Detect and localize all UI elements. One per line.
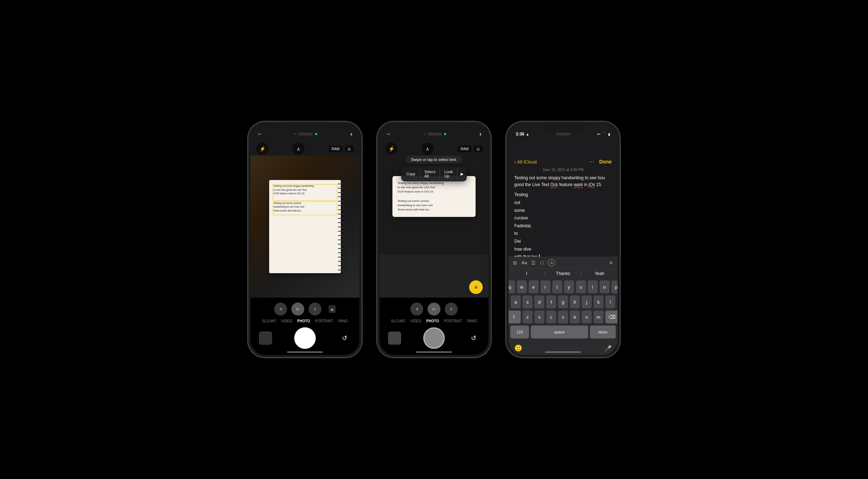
battery-icon-1: ▮: [350, 132, 352, 136]
key-l-3[interactable]: l: [605, 295, 615, 308]
live-button-1[interactable]: ◎: [345, 146, 354, 152]
key-j-3[interactable]: j: [582, 295, 592, 308]
date-text-3: June 10, 2021 at 3:36 PM: [543, 168, 584, 172]
notch-dot-green-1: [315, 133, 317, 135]
pred-word-1-3[interactable]: Thanks: [545, 271, 582, 276]
ocr-handwriting-1-2: Testing out some sloppy handwriting to s…: [397, 181, 471, 194]
key-f-3[interactable]: f: [546, 295, 556, 308]
more-button-2[interactable]: ▶: [458, 170, 466, 178]
pred-word-0-3[interactable]: I: [509, 271, 545, 276]
copy-button-2[interactable]: Copy: [402, 170, 420, 178]
mode-video-1[interactable]: VIDEO: [281, 319, 292, 323]
viewfinder-1[interactable]: Testing out some sloppy handwriting to s…: [251, 156, 359, 298]
wifi-icon-3: ⌒: [602, 132, 606, 137]
shutter-button-2[interactable]: [423, 327, 445, 349]
arrow-button-2[interactable]: ∧: [421, 143, 434, 155]
draw-icon-3[interactable]: A: [548, 259, 555, 266]
ocr-hw-p2-2: to see how good the Live Text: [397, 185, 471, 190]
key-w-3[interactable]: w: [517, 280, 527, 293]
mode-pano-2[interactable]: PANO: [467, 319, 477, 323]
flash-button-2[interactable]: ⚡: [385, 143, 397, 155]
mode-slomo-2[interactable]: SLO-MO: [391, 319, 405, 323]
key-m-3[interactable]: m: [593, 310, 604, 323]
mode-photo-1[interactable]: PHOTO: [297, 319, 310, 323]
arrow-button-1[interactable]: ∧: [292, 143, 305, 155]
pred-word-2-3[interactable]: Yeah: [581, 271, 617, 276]
key-k-3[interactable]: k: [593, 295, 604, 308]
key-return-3[interactable]: return: [590, 326, 616, 338]
camera-bottom-1: .5 1× 2 ⊞ SLO-MO VIDE: [251, 298, 359, 355]
notch-bar-2: [428, 133, 442, 136]
live-text-icon-2[interactable]: ≡: [469, 280, 483, 294]
mic-button-3[interactable]: 🎤: [605, 345, 612, 352]
camera-toolbar-icon-3[interactable]: ⬡: [540, 260, 544, 265]
key-x-3[interactable]: x: [534, 310, 544, 323]
key-a-3[interactable]: a: [511, 295, 521, 308]
rotate-icon-1: ↺: [342, 334, 347, 342]
status-center-2: [423, 133, 446, 136]
key-c-3[interactable]: c: [546, 310, 556, 323]
hw-line2-1: to see how good the Live Text: [273, 188, 337, 192]
rotate-button-1[interactable]: ↺: [338, 332, 351, 345]
key-p-3[interactable]: p: [611, 280, 618, 293]
mode-pano-1[interactable]: PANO: [338, 319, 348, 323]
key-y-3[interactable]: y: [564, 280, 574, 293]
rotate-button-2[interactable]: ↺: [467, 332, 480, 345]
rotate-icon-2: ↺: [471, 334, 476, 342]
emoji-button-3[interactable]: 🙂: [514, 344, 522, 352]
zoom-05-button-2[interactable]: .5: [410, 303, 423, 316]
key-g-3[interactable]: g: [558, 295, 568, 308]
mode-slomo-1[interactable]: SLO-MO: [262, 319, 276, 323]
key-123-3[interactable]: 123: [510, 326, 529, 338]
misspelled-jos-3: jOs: [588, 182, 595, 187]
thumbnail-preview-2[interactable]: [388, 332, 401, 345]
live-button-2[interactable]: ◎: [474, 146, 483, 152]
key-v-3[interactable]: v: [558, 310, 568, 323]
mode-photo-2[interactable]: PHOTO: [426, 319, 439, 323]
key-shift-3[interactable]: ⇧: [509, 310, 521, 323]
key-space-3[interactable]: space: [531, 326, 588, 338]
notes-back-button-3[interactable]: ‹ All iCloud: [514, 159, 537, 165]
mode-portrait-2[interactable]: PORTRAIT: [444, 319, 462, 323]
key-d-3[interactable]: d: [534, 295, 544, 308]
mode-video-2[interactable]: VIDEO: [410, 319, 421, 323]
raw-button-1[interactable]: RAW: [329, 146, 343, 152]
select-all-button-2[interactable]: Select All: [420, 168, 440, 180]
thumbnail-preview-1[interactable]: [259, 332, 272, 345]
camera-screen-1: ▪▪▪ ▮ ⚡ ∧: [251, 124, 359, 355]
shutter-button-1[interactable]: [294, 327, 316, 349]
key-t-3[interactable]: t: [552, 280, 562, 293]
format-icon-3[interactable]: Aa: [521, 260, 527, 265]
key-backspace-3[interactable]: ⌫: [605, 310, 617, 323]
notes-done-button-3[interactable]: Done: [599, 159, 612, 165]
zoom-05-button-1[interactable]: .5: [274, 303, 287, 316]
flash-button-1[interactable]: ⚡: [256, 143, 268, 155]
key-o-3[interactable]: o: [600, 280, 610, 293]
mode-portrait-1[interactable]: PORTRAIT: [315, 319, 333, 323]
zoom-1x-button-1[interactable]: 1×: [291, 303, 304, 316]
key-h-3[interactable]: h: [570, 295, 580, 308]
raw-button-2[interactable]: RAW: [458, 146, 472, 152]
key-r-3[interactable]: r: [540, 280, 550, 293]
status-right-3: ▪▪▪ ⌒ ▮: [597, 132, 610, 137]
key-e-3[interactable]: e: [529, 280, 539, 293]
table-icon-3[interactable]: ⊞: [513, 260, 517, 266]
zoom-1x-button-2[interactable]: 1×: [428, 303, 440, 316]
look-up-button-2[interactable]: Look Up: [440, 168, 458, 180]
key-z-3[interactable]: z: [523, 310, 533, 323]
key-q-3[interactable]: q: [509, 280, 515, 293]
zoom-2-button-2[interactable]: 2: [445, 303, 458, 316]
key-i-3[interactable]: i: [588, 280, 598, 293]
checklist-icon-3[interactable]: ☰: [531, 260, 536, 266]
notes-more-button-3[interactable]: ···: [590, 158, 594, 165]
zoom-1x-label-1: 1×: [296, 307, 300, 311]
phone-3: 3:36 ▲ ▪▪▪ ⌒ ▮ ‹ All: [506, 121, 620, 358]
key-b-3[interactable]: b: [570, 310, 580, 323]
key-u-3[interactable]: u: [576, 280, 586, 293]
zoom-2-button-1[interactable]: 2: [309, 303, 321, 316]
key-s-3[interactable]: s: [523, 295, 533, 308]
notes-content-3[interactable]: Testing out some sloppy handwriting to s…: [509, 173, 617, 257]
keyboard-close-icon-3[interactable]: ✕: [609, 260, 613, 266]
key-n-3[interactable]: n: [582, 310, 592, 323]
right-cam-controls-1: RAW ◎: [329, 146, 354, 152]
